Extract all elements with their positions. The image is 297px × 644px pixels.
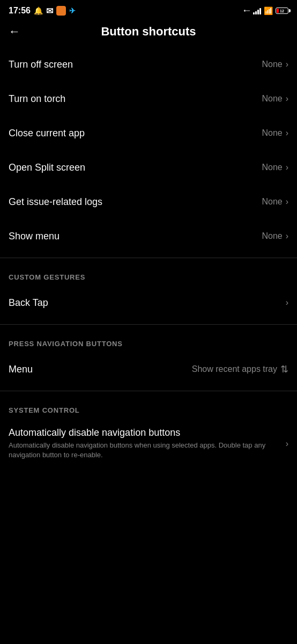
status-left: 17:56 🔔 ✉ ✈	[9, 6, 76, 16]
status-right: ⭠ 📶 12	[243, 6, 288, 15]
turn-on-torch-label: Turn on torch	[9, 93, 65, 105]
turn-off-screen-chevron: ›	[286, 60, 288, 69]
settings-list: Turn off screen None › Turn on torch Non…	[0, 47, 297, 253]
menu-nav-value-row: Show recent apps tray ⇅	[192, 363, 288, 375]
close-current-app-value-row: None ›	[262, 128, 288, 138]
custom-gestures-header: CUSTOM GESTURES	[0, 262, 297, 286]
back-button[interactable]: ←	[9, 26, 20, 38]
signal-icon	[253, 7, 261, 14]
menu-nav-label: Menu	[9, 364, 33, 375]
open-split-screen-chevron: ›	[286, 163, 288, 172]
turn-on-torch-value: None	[262, 94, 282, 104]
header: ← Button shortcuts	[0, 19, 297, 47]
show-menu-label: Show menu	[9, 231, 60, 242]
status-bar: 17:56 🔔 ✉ ✈ ⭠ 📶 12	[0, 0, 297, 19]
alarm-icon: 🔔	[34, 6, 43, 15]
mail-icon: ✉	[46, 6, 53, 16]
updown-icon: ⇅	[280, 363, 288, 375]
turn-on-torch-value-row: None ›	[262, 94, 288, 104]
open-split-screen-value-row: None ›	[262, 163, 288, 172]
open-split-screen-label: Open Split screen	[9, 162, 85, 173]
turn-off-screen-value-row: None ›	[262, 60, 288, 69]
get-issue-logs-value-row: None ›	[262, 197, 288, 207]
wifi-icon: 📶	[264, 6, 273, 15]
back-tap-label: Back Tap	[9, 297, 48, 309]
close-current-app-label: Close current app	[9, 128, 85, 139]
menu-nav-value: Show recent apps tray	[192, 364, 277, 374]
close-current-app-chevron: ›	[286, 128, 288, 138]
status-time: 17:56	[9, 6, 31, 16]
show-menu-value: None	[262, 231, 282, 241]
open-split-screen-item[interactable]: Open Split screen None ›	[0, 150, 297, 185]
system-control-header: SYSTEM CONTROL	[0, 396, 297, 419]
get-issue-logs-label: Get issue-related logs	[9, 196, 102, 208]
bluetooth-icon: ⭠	[243, 7, 250, 15]
page-title: Button shortcuts	[29, 25, 268, 39]
divider-1	[0, 258, 297, 258]
orange-app-icon	[56, 6, 66, 16]
telegram-icon: ✈	[69, 6, 76, 15]
auto-disable-nav-title: Automatically disable navigation buttons	[9, 427, 279, 438]
get-issue-logs-value: None	[262, 197, 282, 207]
turn-off-screen-item[interactable]: Turn off screen None ›	[0, 47, 297, 82]
turn-on-torch-chevron: ›	[286, 94, 288, 104]
show-menu-value-row: None ›	[262, 231, 288, 241]
divider-3	[0, 391, 297, 391]
divider-2	[0, 324, 297, 325]
turn-off-screen-value: None	[262, 60, 282, 69]
auto-disable-nav-chevron: ›	[286, 439, 288, 449]
close-current-app-item[interactable]: Close current app None ›	[0, 116, 297, 150]
back-tap-item[interactable]: Back Tap ›	[0, 286, 297, 320]
show-menu-item[interactable]: Show menu None ›	[0, 219, 297, 253]
show-menu-chevron: ›	[286, 231, 288, 241]
turn-on-torch-item[interactable]: Turn on torch None ›	[0, 82, 297, 116]
press-nav-header: PRESS NAVIGATION BUTTONS	[0, 329, 297, 352]
auto-disable-nav-desc: Automatically disable navigation buttons…	[9, 441, 279, 460]
auto-disable-nav-item[interactable]: Automatically disable navigation buttons…	[0, 419, 297, 469]
back-tap-chevron: ›	[286, 298, 288, 308]
turn-off-screen-label: Turn off screen	[9, 59, 73, 70]
menu-nav-item[interactable]: Menu Show recent apps tray ⇅	[0, 352, 297, 386]
auto-disable-nav-label-block: Automatically disable navigation buttons…	[9, 427, 279, 460]
close-current-app-value: None	[262, 128, 282, 138]
open-split-screen-value: None	[262, 163, 282, 172]
get-issue-logs-chevron: ›	[286, 197, 288, 207]
battery-icon: 12	[276, 8, 288, 14]
get-issue-logs-item[interactable]: Get issue-related logs None ›	[0, 185, 297, 219]
